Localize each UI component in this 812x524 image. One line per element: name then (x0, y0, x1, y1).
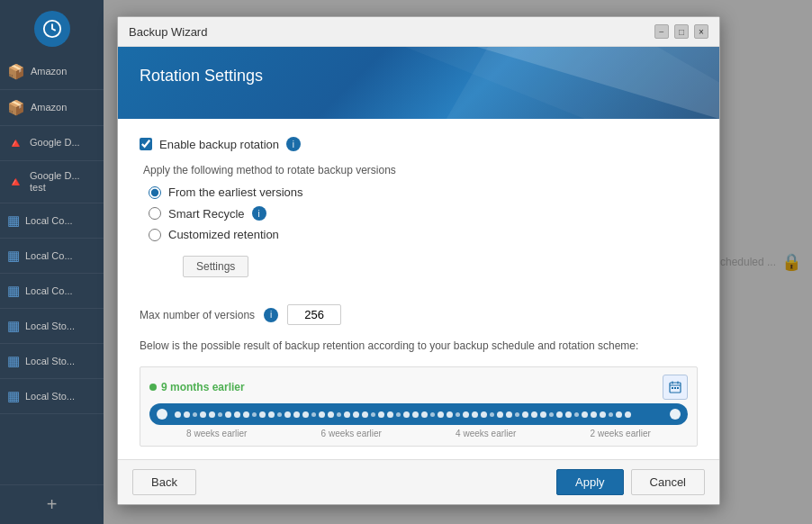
timeline-dot (319, 411, 325, 418)
sidebar-item-local-2[interactable]: ▦ Local Co... (0, 239, 104, 274)
timeline-dot (609, 412, 613, 417)
local-storage-icon: ▦ (7, 353, 20, 369)
time-label-4: 2 weeks earlier (591, 429, 651, 438)
radio-custom[interactable] (149, 229, 161, 241)
timeline-dot (344, 411, 350, 418)
green-dot-indicator (149, 384, 157, 391)
sidebar-item-amazon-1[interactable]: 📦 Amazon (0, 54, 104, 90)
timeline-dot (284, 411, 291, 418)
timeline-dot (218, 412, 222, 417)
timeline-dot (616, 411, 622, 418)
back-button[interactable]: Back (132, 469, 196, 495)
timeline-dot (200, 411, 206, 418)
max-versions-label: Max number of versions (140, 309, 255, 321)
maximize-button[interactable]: □ (674, 24, 689, 39)
timeline-dot (193, 412, 197, 417)
timeline-end-marker (670, 409, 681, 420)
sidebar-item-label: Local Sto... (25, 391, 75, 402)
timeline-header: 9 months earlier (140, 367, 697, 403)
timeline-dot (277, 412, 282, 417)
timeline-dot (625, 411, 631, 418)
enable-rotation-info-icon[interactable]: i (286, 137, 301, 151)
timeline-dots (167, 411, 670, 418)
sidebar-item-local-sto-3[interactable]: ▦ Local Sto... (0, 379, 104, 414)
timeline-dot (175, 411, 181, 418)
timeline-dot (293, 411, 300, 418)
timeline-dot (371, 412, 375, 417)
enable-rotation-label[interactable]: Enable backup rotation (159, 138, 279, 151)
timeline-dot (540, 411, 546, 418)
dialog-header: Rotation Settings (118, 47, 719, 119)
add-item-button[interactable]: + (0, 484, 104, 524)
timeline-dot (582, 411, 588, 418)
timeline-dot (506, 411, 512, 418)
sidebar: 📦 Amazon 📦 Amazon 🔺 Google D... 🔺 Google… (0, 0, 104, 524)
timeline-dot (556, 411, 563, 418)
timeline-dot (515, 412, 519, 417)
sidebar-item-local-3[interactable]: ▦ Local Co... (0, 274, 104, 309)
sidebar-item-label: Amazon (31, 102, 67, 113)
radio-smart-row: Smart Recycle i (149, 206, 698, 221)
sidebar-item-local-sto-1[interactable]: ▦ Local Sto... (0, 309, 104, 344)
window-controls: − □ × (654, 24, 708, 39)
sidebar-item-google-1[interactable]: 🔺 Google D... (0, 126, 104, 161)
timeline-dot (497, 411, 503, 418)
apply-button[interactable]: Apply (556, 469, 624, 495)
dialog-body: Enable backup rotation i Apply the follo… (118, 119, 719, 459)
radio-earliest-label[interactable]: From the earliest versions (168, 185, 303, 199)
timeline-dot (268, 411, 275, 418)
timeline-dot (234, 411, 240, 418)
timeline-dot (209, 411, 215, 418)
rotation-method-group: From the earliest versions Smart Recycle… (140, 185, 698, 241)
sidebar-item-amazon-2[interactable]: 📦 Amazon (0, 90, 104, 126)
timeline-area: 9 months earlier (140, 366, 698, 447)
timeline-dot (225, 411, 231, 418)
timeline-dot (430, 412, 435, 417)
sidebar-item-label: Local Co... (25, 285, 73, 297)
sidebar-item-label: Local Co... (25, 250, 73, 262)
timeline-dot (184, 411, 190, 418)
cancel-button[interactable]: Cancel (631, 469, 705, 495)
timeline-dot (412, 411, 419, 418)
radio-earliest[interactable] (149, 186, 161, 199)
timeline-dot (387, 411, 393, 418)
amazon-icon: 📦 (7, 99, 25, 116)
radio-custom-label[interactable]: Customized retention (168, 228, 279, 241)
radio-smart-label[interactable]: Smart Recycle (168, 207, 245, 221)
settings-button[interactable]: Settings (183, 256, 248, 277)
smart-recycle-info-icon[interactable]: i (252, 206, 266, 221)
sidebar-item-local-sto-2[interactable]: ▦ Local Sto... (0, 344, 104, 379)
local-storage-icon: ▦ (7, 318, 20, 334)
svg-rect-11 (677, 387, 679, 389)
enable-rotation-checkbox[interactable] (140, 138, 152, 150)
backup-wizard-dialog: Backup Wizard − □ × Rotation Settings En… (117, 16, 720, 505)
svg-rect-9 (672, 387, 673, 389)
app-logo (34, 11, 70, 47)
dialog-footer: Back Apply Cancel (118, 459, 719, 504)
timeline-dot (259, 411, 266, 418)
google-drive-icon: 🔺 (7, 135, 24, 151)
minimize-button[interactable]: − (654, 24, 669, 39)
amazon-icon: 📦 (7, 63, 25, 80)
timeline-dot (438, 411, 444, 418)
sidebar-item-local-1[interactable]: ▦ Local Co... (0, 203, 104, 239)
timeline-calendar-button[interactable] (663, 375, 688, 400)
radio-smart[interactable] (149, 207, 161, 220)
sidebar-item-label: Local Sto... (25, 321, 75, 332)
google-drive-icon: 🔺 (7, 174, 24, 190)
max-versions-input[interactable] (287, 304, 341, 325)
max-versions-info-icon[interactable]: i (264, 308, 278, 322)
local-storage-icon: ▦ (7, 388, 20, 404)
timeline-dot (463, 411, 469, 418)
timeline-dot (522, 411, 528, 418)
timeline-dot (252, 412, 257, 417)
timeline-dot (574, 412, 579, 417)
svg-rect-10 (674, 387, 676, 389)
dialog-titlebar: Backup Wizard − □ × (118, 17, 719, 47)
timeline-track[interactable] (149, 403, 688, 425)
dialog-header-title: Rotation Settings (140, 67, 698, 86)
sidebar-item-label: Local Sto... (25, 356, 75, 367)
sidebar-item-google-2[interactable]: 🔺 Google D... test (0, 161, 104, 203)
timeline-dot (362, 411, 368, 418)
close-button[interactable]: × (694, 24, 708, 39)
